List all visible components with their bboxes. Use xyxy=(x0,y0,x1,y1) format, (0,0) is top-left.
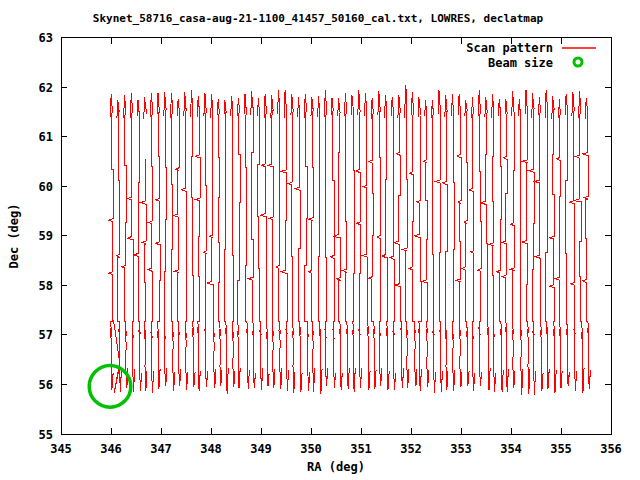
x-axis-label: RA (deg) xyxy=(307,460,365,474)
x-tick-label: 356 xyxy=(600,442,622,456)
x-tick-label: 353 xyxy=(450,442,472,456)
x-tick-label: 349 xyxy=(250,442,272,456)
x-tick-label: 352 xyxy=(400,442,422,456)
legend-label-beam-size: Beam size xyxy=(488,56,553,70)
x-tick-label: 347 xyxy=(150,442,172,456)
y-tick-label: 57 xyxy=(39,328,53,342)
y-tick-label: 62 xyxy=(39,81,53,95)
y-tick-label: 58 xyxy=(39,279,53,293)
legend: Scan pattern Beam size xyxy=(466,41,596,70)
x-tick-label: 354 xyxy=(500,442,522,456)
scan-pattern-series xyxy=(108,85,590,396)
x-tick-label: 345 xyxy=(50,442,72,456)
y-tick-label: 56 xyxy=(39,378,53,392)
y-tick-label: 55 xyxy=(39,428,53,442)
y-tick-label: 59 xyxy=(39,229,53,243)
x-tick-label: 355 xyxy=(550,442,572,456)
y-tick-label: 60 xyxy=(39,180,53,194)
plot-canvas: Skynet_58716_casa-aug-21-1100_41457_5016… xyxy=(0,0,640,480)
x-tick-label: 348 xyxy=(200,442,222,456)
legend-label-scan-pattern: Scan pattern xyxy=(466,41,553,55)
x-tick-label: 351 xyxy=(350,442,372,456)
legend-beam-marker-icon xyxy=(574,58,582,66)
y-tick-label: 61 xyxy=(39,130,53,144)
beam-size-circle xyxy=(89,366,131,408)
y-tick-label: 63 xyxy=(39,31,53,45)
x-tick-label: 350 xyxy=(300,442,322,456)
y-axis-label: Dec (deg) xyxy=(7,203,21,268)
x-tick-label: 346 xyxy=(100,442,122,456)
chart-title: Skynet_58716_casa-aug-21-1100_41457_5016… xyxy=(93,12,544,25)
gnuplot-window: Skynet_58716_casa-aug-21-1100_41457_5016… xyxy=(0,0,640,480)
